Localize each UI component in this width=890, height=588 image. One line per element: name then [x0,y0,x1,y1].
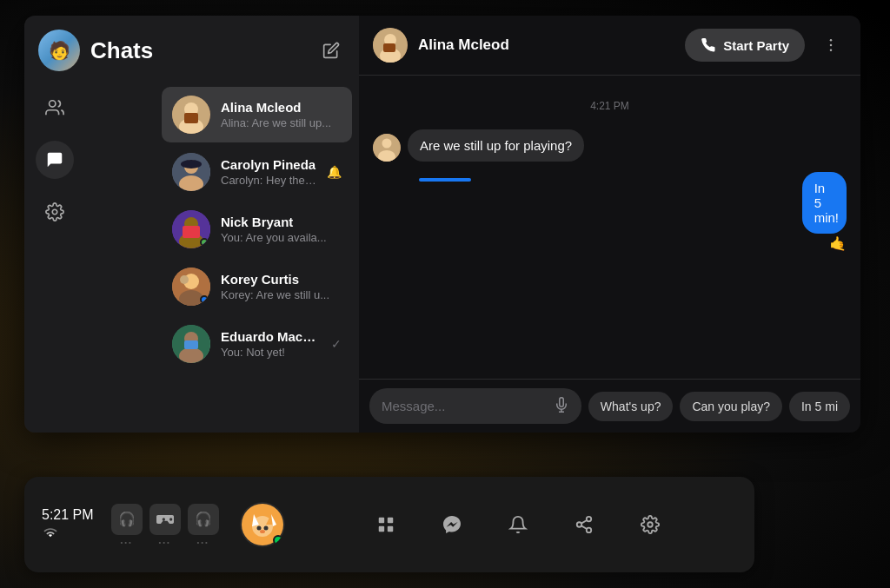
svg-point-49 [577,522,582,527]
taskbar-messenger-button[interactable] [433,505,471,544]
vr-icon [156,513,174,525]
message-input-placeholder: Message... [382,399,547,413]
user-avatar-image: 🧑 [38,30,80,71]
taskbar-bell-button[interactable] [499,505,537,544]
nav-people-button[interactable] [36,89,74,127]
chat-info-alina: Alina Mcleod Alina: Are we still up... [221,100,342,129]
quick-reply-5min[interactable]: In 5 mi [789,392,850,421]
message-bubble-sent: In 5 min! [802,172,847,234]
chat-name-alina: Alina Mcleod [221,100,342,115]
svg-rect-9 [181,160,202,168]
share-icon [575,515,594,534]
svg-point-53 [648,522,653,527]
chat-header-avatar [373,28,408,63]
chat-avatar-nick [172,210,210,248]
svg-point-17 [180,275,189,284]
chat-item-korey[interactable]: Korey Curtis Korey: Are we still u... [162,259,352,314]
quick-reply-canplay[interactable]: Can you play? [680,392,782,421]
svg-point-41 [256,526,261,531]
message-input-wrapper[interactable]: Message... [369,388,581,424]
svg-line-51 [581,525,587,529]
svg-rect-45 [388,518,393,523]
chat-item-carolyn[interactable]: Carolyn Pineda Carolyn: Hey there! 🔔 [162,144,352,200]
carolyn-avatar-img [172,153,210,191]
compose-icon[interactable] [317,36,345,64]
wifi-icon [42,526,59,540]
mic-icon [554,397,569,415]
message-reaction: 🤙 [829,235,847,252]
taskbar-app-icon-3: 🎧 [188,504,219,535]
svg-rect-21 [184,340,198,349]
taskbar: 5:21 PM 🎧 ••• ••• 🎧 ••• [24,477,754,572]
chat-preview-carolyn: Carolyn: Hey there! [221,174,316,187]
chat-info-nick: Nick Bryant You: Are you availa... [221,215,342,244]
svg-rect-47 [388,526,393,532]
message-bubble-received: Are we still up for playing? [408,129,584,162]
chat-info-korey: Korey Curtis Korey: Are we still u... [221,272,342,301]
sidebar-title: Chats [90,37,307,64]
svg-rect-13 [183,226,200,238]
alina-header-avatar-img [373,28,408,63]
alina-avatar-img [172,96,210,134]
korey-online-dot [200,295,209,304]
svg-point-1 [52,209,57,215]
svg-line-52 [581,520,587,524]
taskbar-wifi-icon [42,526,94,543]
svg-rect-44 [379,518,384,523]
chat-info-carolyn: Carolyn Pineda Carolyn: Hey there! [221,157,316,187]
nav-settings-button[interactable] [36,193,74,231]
chat-preview-alina: Alina: Are we still up... [221,116,342,129]
sidebar-header: 🧑 Chats [24,16,359,82]
taskbar-app-2[interactable]: ••• [149,504,181,546]
svg-point-26 [830,39,833,42]
svg-point-42 [263,526,268,531]
message-avatar-alina [373,134,401,162]
sent-message-container: In 5 min! 🤙 [772,172,847,252]
taskbar-fox-avatar[interactable] [240,502,285,547]
messenger-icon [442,514,462,535]
chat-name-nick: Nick Bryant [221,215,342,229]
fox-online-indicator [273,535,283,545]
more-icon [822,36,840,54]
chat-name-korey: Korey Curtis [221,272,342,287]
chat-item-nick[interactable]: Nick Bryant You: Are you availa... [162,202,352,257]
chat-header: Alina Mcleod Start Party [359,16,860,76]
chat-item-eduardo[interactable]: Eduardo Mackie You: Not yet! ✓ [162,316,352,372]
chat-item-alina[interactable]: Alina Mcleod Alina: Are we still up... [162,87,352,142]
svg-point-28 [830,50,833,52]
chat-avatar-korey [172,268,210,306]
messages-area: 4:21 PM Are we still up for playing? In … [359,76,860,379]
chat-area: Alina Mcleod Start Party 4:21 PM [359,16,860,433]
eduardo-avatar-img [172,325,210,363]
nav-chats-button[interactable] [36,141,74,179]
message-row-received: Are we still up for playing? [373,129,847,162]
taskbar-left: 5:21 PM [42,507,94,543]
quick-reply-whatsup[interactable]: What's up? [588,392,674,421]
check-icon: ✓ [331,337,342,351]
alina-message-avatar-img [373,134,401,162]
chat-name-eduardo: Eduardo Mackie [221,329,321,344]
taskbar-share-button[interactable] [565,505,603,544]
start-party-button[interactable]: Start Party [685,29,805,62]
svg-point-30 [382,139,392,149]
chat-meta-eduardo: ✓ [331,337,342,351]
taskbar-settings-button[interactable] [631,505,669,544]
bell-icon [508,515,528,534]
chat-name-carolyn: Carolyn Pineda [221,157,316,172]
chat-preview-eduardo: You: Not yet! [221,346,321,359]
taskbar-grid-button[interactable] [367,505,405,544]
chat-avatar-alina [172,96,210,134]
chat-list: Alina Mcleod Alina: Are we still up... [155,82,359,433]
taskbar-app-3[interactable]: 🎧 ••• [188,504,219,546]
taskbar-app-icon-2 [149,504,181,535]
taskbar-app-icon-1: 🎧 [111,504,143,535]
svg-point-50 [587,528,592,533]
input-area: Message... What's up? Can you play? In 5… [359,379,860,433]
chat-preview-nick: You: Are you availa... [221,231,342,244]
nick-online-dot [200,238,209,247]
taskbar-app-1[interactable]: 🎧 ••• [111,504,143,546]
taskbar-time: 5:21 PM [42,507,94,523]
more-options-button[interactable] [815,30,847,61]
user-avatar[interactable]: 🧑 [38,30,80,71]
taskbar-app-dots-3: ••• [196,538,209,546]
